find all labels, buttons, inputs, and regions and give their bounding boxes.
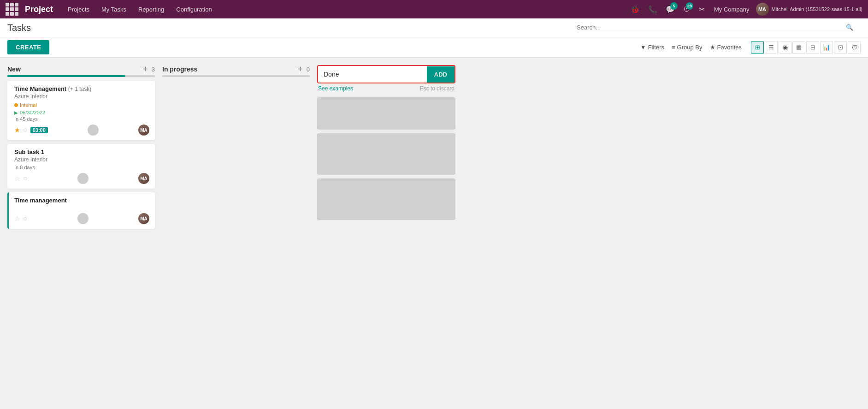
circle-icon[interactable]: ○ [23,126,28,134]
favorites-button[interactable]: ★ Favorites [710,44,742,51]
user-avatar[interactable]: MA [756,3,769,16]
search-icon: 🔍 [846,24,853,31]
column-new-progress-bar [7,75,125,77]
view-calendar[interactable]: ▦ [792,41,805,54]
skeleton-card-1 [317,97,455,130]
column-inprogress-count: 0 [307,66,310,73]
nav-my-tasks[interactable]: My Tasks [97,6,131,13]
top-navigation: Project Projects My Tasks Reporting Conf… [0,0,868,18]
phone-icon[interactable]: 📞 [645,5,660,14]
view-chart[interactable]: 📊 [820,41,833,54]
task-title: Time management [14,197,149,204]
column-new-header: New + 3 [7,65,155,73]
task-title: Sub task 1 [14,148,149,155]
task-duration: In 45 days [14,116,149,122]
task-avatar: MA [138,213,149,224]
column-inprogress-add-btn[interactable]: + [298,65,303,73]
create-button[interactable]: CREATE [7,40,49,54]
page-title: Tasks [7,23,31,33]
nav-configuration[interactable]: Configuration [171,6,216,13]
task-avatar-empty [88,124,99,136]
task-extra: (+ 1 task) [68,86,91,92]
view-switcher: ⊞ ☰ ◉ ▦ ⊟ 📊 ⊡ ⏱ [751,41,861,54]
app-logo: Project [25,5,53,14]
column-new-add-btn[interactable]: + [143,65,148,73]
filter-group: ▼ Filters ≡ Group By ★ Favorites [640,44,742,51]
skeleton-card-2 [317,133,455,175]
filter-icon: ▼ [640,44,646,51]
task-title: Time Management (+ 1 task) [14,85,149,92]
task-avatar: MA [138,124,149,136]
task-date: ▶ 06/30/2022 [14,110,149,115]
page-header: Tasks 🔍 [0,18,868,37]
view-pivot[interactable]: ⊟ [806,41,819,54]
task-card-subtask1[interactable]: Sub task 1 Azure Interior In 8 days ☆ ○ … [7,144,155,189]
star-empty-icon[interactable]: ☆ [14,215,20,222]
task-footer: ☆ ○ MA [14,173,149,184]
company-name[interactable]: My Company [714,6,750,13]
task-avatar: MA [138,173,149,184]
add-column-button[interactable]: ADD [427,66,455,83]
view-activity[interactable]: ⊡ [834,41,847,54]
new-column-hints: See examples Esc to discard [317,85,455,92]
filters-label: Filters [648,44,664,51]
task-avatar-empty [77,173,89,184]
esc-to-discard-label: Esc to discard [420,85,455,92]
circle-icon[interactable]: ○ [23,214,28,223]
column-new: New + 3 Time Management (+ 1 task) Azure… [7,65,155,232]
view-clock[interactable]: ⏱ [848,41,861,54]
task-card-time-management[interactable]: Time Management (+ 1 task) Azure Interio… [7,81,155,140]
activity-icon[interactable]: ⏱ 28 [680,5,693,13]
view-kanban[interactable]: ⊞ [751,41,764,54]
task-subtitle: Azure Interior [14,156,149,163]
skeleton-card-3 [317,178,455,220]
nav-projects[interactable]: Projects [63,6,94,13]
star-icon: ★ [710,44,715,51]
timer-badge: 03:00 [30,127,48,133]
column-new-progress [7,75,155,77]
task-duration: In 8 days [14,165,149,170]
scissors-icon[interactable]: ✂ [696,5,708,14]
groupby-label: Group By [677,44,703,51]
column-inprogress: In progress + 0 [162,65,310,81]
task-card-time-mgmt2[interactable]: Time management ☆ ○ MA [7,192,155,229]
task-tag: Internal [14,102,37,108]
favorites-label: Favorites [717,44,742,51]
task-footer: ★ ○ 03:00 MA [14,124,149,136]
groupby-icon: ≡ [672,44,675,51]
task-footer: ☆ ○ MA [14,213,149,224]
chat-icon[interactable]: 💬 5 [663,5,678,14]
column-new-count: 3 [152,66,155,73]
star-filled-icon[interactable]: ★ [14,126,20,134]
groupby-button[interactable]: ≡ Group By [672,44,703,51]
view-map[interactable]: ◉ [779,41,791,54]
view-list[interactable]: ☰ [765,41,778,54]
activity-badge: 28 [686,2,693,10]
new-column-input[interactable] [318,66,427,83]
star-empty-icon[interactable]: ☆ [14,175,20,182]
column-new-title: New [7,65,21,73]
username-label: Mitchell Admin (15531522-saas-15-1-all) [772,6,862,12]
column-inprogress-header: In progress + 0 [162,65,310,73]
circle-icon[interactable]: ○ [23,174,28,183]
kanban-board: New + 3 Time Management (+ 1 task) Azure… [0,58,868,409]
date-arrow-icon: ▶ [14,110,18,115]
tag-dot [14,103,18,107]
new-column-area: ADD See examples Esc to discard [317,65,455,224]
search-input[interactable] [577,22,846,33]
app-grid-icon[interactable] [6,3,18,16]
filters-button[interactable]: ▼ Filters [640,44,664,51]
see-examples-link[interactable]: See examples [318,85,353,92]
column-inprogress-title: In progress [162,65,197,73]
new-column-input-box: ADD [317,65,455,83]
column-inprogress-progress [162,75,310,77]
chat-badge: 5 [670,2,678,10]
task-subtitle: Azure Interior [14,93,149,100]
task-avatar-empty [77,213,89,224]
nav-reporting[interactable]: Reporting [134,6,169,13]
action-bar: CREATE ▼ Filters ≡ Group By ★ Favorites … [0,37,868,58]
bug-icon[interactable]: 🐞 [628,5,643,14]
